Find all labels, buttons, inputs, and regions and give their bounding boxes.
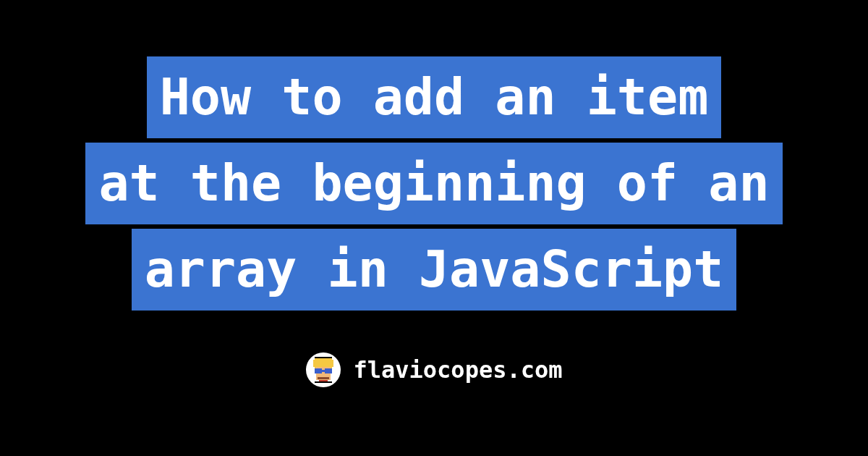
title-line-2: at the beginning of an <box>85 143 782 224</box>
author-avatar-icon <box>306 352 341 387</box>
title-line-3: array in JavaScript <box>132 229 737 311</box>
title-line-1: How to add an item <box>147 56 722 138</box>
svg-rect-8 <box>318 377 329 379</box>
article-title: How to add an item at the beginning of a… <box>85 54 782 313</box>
svg-rect-7 <box>322 370 325 372</box>
svg-rect-5 <box>315 368 322 373</box>
svg-rect-11 <box>315 381 332 383</box>
svg-rect-10 <box>315 357 332 358</box>
svg-rect-2 <box>313 360 316 367</box>
footer: flaviocopes.com <box>306 352 563 387</box>
svg-rect-1 <box>315 358 332 368</box>
svg-rect-6 <box>325 368 332 373</box>
site-name: flaviocopes.com <box>354 356 563 384</box>
svg-rect-3 <box>331 360 333 367</box>
